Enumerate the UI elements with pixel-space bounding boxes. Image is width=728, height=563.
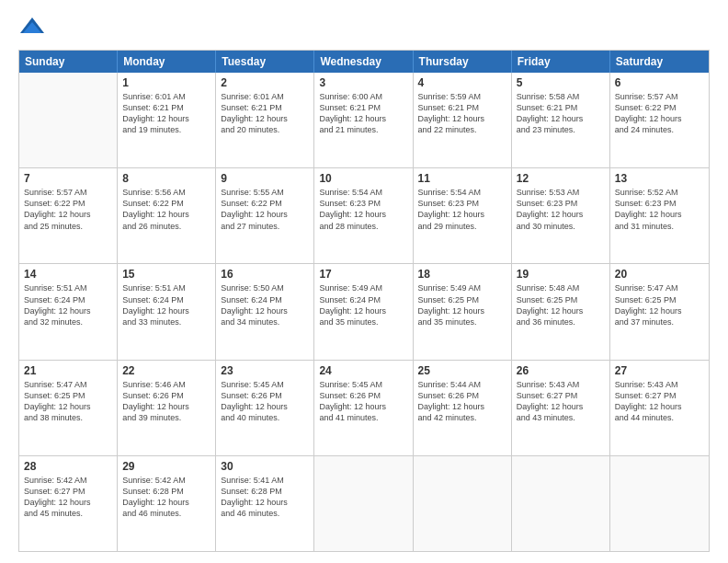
- day-cell-5: 5Sunrise: 5:58 AM Sunset: 6:21 PM Daylig…: [512, 73, 610, 167]
- day-number: 3: [319, 76, 407, 89]
- calendar-header: SundayMondayTuesdayWednesdayThursdayFrid…: [19, 51, 709, 73]
- day-cell-6: 6Sunrise: 5:57 AM Sunset: 6:22 PM Daylig…: [610, 73, 709, 167]
- day-number: 12: [517, 172, 605, 185]
- day-cell-25: 25Sunrise: 5:44 AM Sunset: 6:26 PM Dayli…: [414, 361, 512, 455]
- day-cell-14: 14Sunrise: 5:51 AM Sunset: 6:24 PM Dayli…: [19, 264, 118, 359]
- calendar-row-4: 28Sunrise: 5:42 AM Sunset: 6:27 PM Dayli…: [19, 455, 709, 551]
- day-number: 11: [418, 172, 506, 185]
- header-day-monday: Monday: [118, 51, 216, 73]
- day-number: 27: [615, 364, 704, 377]
- day-cell-8: 8Sunrise: 5:56 AM Sunset: 6:22 PM Daylig…: [118, 168, 216, 263]
- day-info: Sunrise: 5:49 AM Sunset: 6:24 PM Dayligh…: [319, 282, 407, 327]
- day-info: Sunrise: 5:54 AM Sunset: 6:23 PM Dayligh…: [319, 187, 407, 232]
- day-info: Sunrise: 5:41 AM Sunset: 6:28 PM Dayligh…: [221, 475, 309, 520]
- logo-icon: [18, 15, 46, 42]
- day-number: 30: [221, 460, 309, 473]
- day-number: 19: [517, 268, 605, 281]
- day-cell-10: 10Sunrise: 5:54 AM Sunset: 6:23 PM Dayli…: [314, 168, 413, 263]
- day-info: Sunrise: 5:58 AM Sunset: 6:21 PM Dayligh…: [517, 91, 605, 136]
- day-number: 5: [517, 76, 605, 89]
- day-info: Sunrise: 5:59 AM Sunset: 6:21 PM Dayligh…: [418, 91, 506, 136]
- header-day-friday: Friday: [512, 51, 610, 73]
- day-cell-21: 21Sunrise: 5:47 AM Sunset: 6:25 PM Dayli…: [19, 361, 118, 455]
- header-day-tuesday: Tuesday: [216, 51, 314, 73]
- calendar-row-3: 21Sunrise: 5:47 AM Sunset: 6:25 PM Dayli…: [19, 360, 709, 455]
- day-info: Sunrise: 5:44 AM Sunset: 6:26 PM Dayligh…: [418, 379, 506, 424]
- day-number: 24: [319, 364, 407, 377]
- day-number: 21: [24, 364, 112, 377]
- day-cell-22: 22Sunrise: 5:46 AM Sunset: 6:26 PM Dayli…: [118, 361, 216, 455]
- empty-cell-4-5: [512, 456, 610, 551]
- day-info: Sunrise: 5:50 AM Sunset: 6:24 PM Dayligh…: [221, 282, 309, 327]
- day-cell-16: 16Sunrise: 5:50 AM Sunset: 6:24 PM Dayli…: [216, 264, 314, 359]
- day-number: 8: [122, 172, 210, 185]
- day-number: 1: [122, 76, 210, 89]
- day-cell-12: 12Sunrise: 5:53 AM Sunset: 6:23 PM Dayli…: [512, 168, 610, 263]
- day-cell-17: 17Sunrise: 5:49 AM Sunset: 6:24 PM Dayli…: [314, 264, 413, 359]
- day-number: 16: [221, 268, 309, 281]
- day-info: Sunrise: 5:54 AM Sunset: 6:23 PM Dayligh…: [418, 187, 506, 232]
- day-info: Sunrise: 5:57 AM Sunset: 6:22 PM Dayligh…: [24, 187, 112, 232]
- day-number: 2: [221, 76, 309, 89]
- day-number: 26: [517, 364, 605, 377]
- day-info: Sunrise: 5:49 AM Sunset: 6:25 PM Dayligh…: [418, 282, 506, 327]
- day-number: 6: [615, 76, 704, 89]
- day-cell-13: 13Sunrise: 5:52 AM Sunset: 6:23 PM Dayli…: [610, 168, 709, 263]
- day-number: 15: [122, 268, 210, 281]
- calendar: SundayMondayTuesdayWednesdayThursdayFrid…: [18, 50, 710, 552]
- day-info: Sunrise: 5:57 AM Sunset: 6:22 PM Dayligh…: [615, 91, 704, 136]
- day-info: Sunrise: 5:56 AM Sunset: 6:22 PM Dayligh…: [122, 187, 210, 232]
- day-number: 9: [221, 172, 309, 185]
- day-info: Sunrise: 5:51 AM Sunset: 6:24 PM Dayligh…: [122, 282, 210, 327]
- day-cell-26: 26Sunrise: 5:43 AM Sunset: 6:27 PM Dayli…: [512, 361, 610, 455]
- calendar-row-1: 7Sunrise: 5:57 AM Sunset: 6:22 PM Daylig…: [19, 167, 709, 263]
- day-info: Sunrise: 6:01 AM Sunset: 6:21 PM Dayligh…: [122, 91, 210, 136]
- day-info: Sunrise: 5:47 AM Sunset: 6:25 PM Dayligh…: [615, 282, 704, 327]
- day-cell-20: 20Sunrise: 5:47 AM Sunset: 6:25 PM Dayli…: [610, 264, 709, 359]
- day-number: 17: [319, 268, 407, 281]
- day-info: Sunrise: 6:00 AM Sunset: 6:21 PM Dayligh…: [319, 91, 407, 136]
- day-cell-28: 28Sunrise: 5:42 AM Sunset: 6:27 PM Dayli…: [19, 456, 118, 551]
- day-cell-18: 18Sunrise: 5:49 AM Sunset: 6:25 PM Dayli…: [414, 264, 512, 359]
- day-info: Sunrise: 5:42 AM Sunset: 6:28 PM Dayligh…: [122, 475, 210, 520]
- header: [18, 15, 710, 42]
- day-number: 18: [418, 268, 506, 281]
- day-number: 25: [418, 364, 506, 377]
- header-day-thursday: Thursday: [414, 51, 512, 73]
- day-cell-23: 23Sunrise: 5:45 AM Sunset: 6:26 PM Dayli…: [216, 361, 314, 455]
- header-day-sunday: Sunday: [19, 51, 118, 73]
- day-cell-11: 11Sunrise: 5:54 AM Sunset: 6:23 PM Dayli…: [414, 168, 512, 263]
- day-cell-4: 4Sunrise: 5:59 AM Sunset: 6:21 PM Daylig…: [414, 73, 512, 167]
- day-info: Sunrise: 5:43 AM Sunset: 6:27 PM Dayligh…: [517, 379, 605, 424]
- day-number: 29: [122, 460, 210, 473]
- day-info: Sunrise: 5:43 AM Sunset: 6:27 PM Dayligh…: [615, 379, 704, 424]
- day-number: 10: [319, 172, 407, 185]
- day-info: Sunrise: 5:55 AM Sunset: 6:22 PM Dayligh…: [221, 187, 309, 232]
- day-cell-2: 2Sunrise: 6:01 AM Sunset: 6:21 PM Daylig…: [216, 73, 314, 167]
- day-info: Sunrise: 5:48 AM Sunset: 6:25 PM Dayligh…: [517, 282, 605, 327]
- day-number: 4: [418, 76, 506, 89]
- logo: [18, 15, 50, 42]
- day-cell-1: 1Sunrise: 6:01 AM Sunset: 6:21 PM Daylig…: [118, 73, 216, 167]
- day-number: 23: [221, 364, 309, 377]
- day-cell-27: 27Sunrise: 5:43 AM Sunset: 6:27 PM Dayli…: [610, 361, 709, 455]
- day-cell-19: 19Sunrise: 5:48 AM Sunset: 6:25 PM Dayli…: [512, 264, 610, 359]
- calendar-row-2: 14Sunrise: 5:51 AM Sunset: 6:24 PM Dayli…: [19, 263, 709, 359]
- page: SundayMondayTuesdayWednesdayThursdayFrid…: [0, 0, 728, 563]
- day-cell-30: 30Sunrise: 5:41 AM Sunset: 6:28 PM Dayli…: [216, 456, 314, 551]
- day-number: 14: [24, 268, 112, 281]
- header-day-wednesday: Wednesday: [314, 51, 413, 73]
- day-info: Sunrise: 6:01 AM Sunset: 6:21 PM Dayligh…: [221, 91, 309, 136]
- day-info: Sunrise: 5:42 AM Sunset: 6:27 PM Dayligh…: [24, 475, 112, 520]
- day-cell-7: 7Sunrise: 5:57 AM Sunset: 6:22 PM Daylig…: [19, 168, 118, 263]
- day-info: Sunrise: 5:52 AM Sunset: 6:23 PM Dayligh…: [615, 187, 704, 232]
- day-cell-9: 9Sunrise: 5:55 AM Sunset: 6:22 PM Daylig…: [216, 168, 314, 263]
- empty-cell-4-4: [414, 456, 512, 551]
- day-number: 7: [24, 172, 112, 185]
- calendar-body: 1Sunrise: 6:01 AM Sunset: 6:21 PM Daylig…: [19, 73, 709, 551]
- header-day-saturday: Saturday: [610, 51, 709, 73]
- day-cell-24: 24Sunrise: 5:45 AM Sunset: 6:26 PM Dayli…: [314, 361, 413, 455]
- day-number: 28: [24, 460, 112, 473]
- day-number: 22: [122, 364, 210, 377]
- day-info: Sunrise: 5:46 AM Sunset: 6:26 PM Dayligh…: [122, 379, 210, 424]
